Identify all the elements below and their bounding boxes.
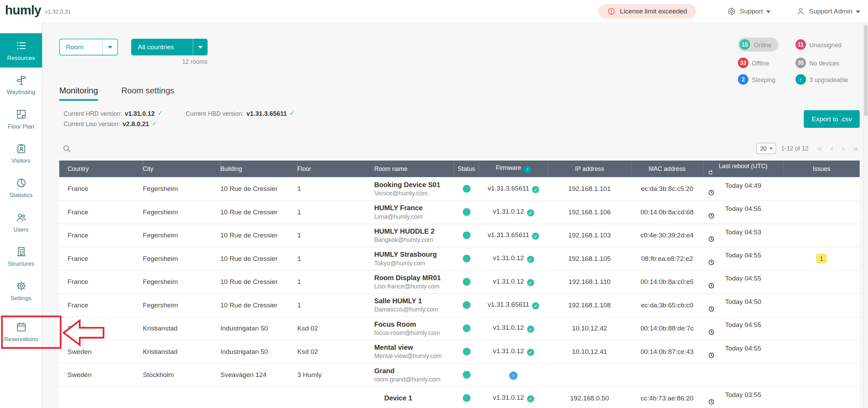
legend-online[interactable]: 15 Online: [738, 38, 795, 51]
sidebar-item-users[interactable]: Users: [0, 205, 42, 239]
col-floor[interactable]: Floor: [297, 161, 374, 177]
sidebar-item-label: Wayfinding: [7, 89, 35, 95]
cell-last-reboot: Today 04:55: [703, 247, 783, 270]
status-online-dot: [462, 185, 470, 193]
clock-icon: [708, 329, 715, 335]
table-body: France Fegersheim 10 Rue de Cressier 1 B…: [59, 177, 860, 408]
cell-building: 10 Rue de Cressier: [220, 247, 297, 270]
search-icon[interactable]: [62, 144, 71, 153]
cell-status: [454, 201, 479, 224]
last-reboot-value: Today 04:55: [725, 344, 761, 352]
cell-issues: [783, 270, 860, 293]
room-name: Mental view: [374, 344, 452, 351]
sidebar-item-wayfinding[interactable]: Wayfinding: [0, 68, 42, 102]
dropdown-caret: [102, 39, 117, 55]
col-ip-address[interactable]: IP address: [548, 161, 631, 177]
cell-room: Mental view Mental-view@humly.com: [374, 340, 454, 363]
app-logo[interactable]: humly: [5, 4, 41, 15]
table-row[interactable]: Sweden Kristianstad Industrigatan 50 Ksd…: [59, 317, 860, 340]
structures-icon: [15, 246, 27, 257]
clock-icon: [708, 352, 715, 359]
pagination-range: 1-12 of 12: [781, 145, 809, 152]
status-legend: 15 Online 11 Unassigned 33 Offline 35 No…: [738, 38, 859, 85]
scrollbar-thumb[interactable]: [864, 25, 868, 116]
col-last-reboot[interactable]: Last reboot (UTC): [703, 161, 783, 177]
cell-country: France: [59, 270, 143, 293]
cell-mac: 08:fb:ea:e8:72:e2: [631, 247, 703, 270]
sidebar-item-statistics[interactable]: Statistics: [0, 171, 42, 205]
cell-last-reboot: Today 04:55: [703, 340, 783, 363]
table-row[interactable]: France Fegersheim 10 Rue de Cressier 1 H…: [59, 201, 860, 224]
col-issues[interactable]: Issues: [783, 161, 860, 177]
user-menu[interactable]: Support Admin: [796, 6, 860, 16]
table-row[interactable]: Sweden Kristianstad Industrigatan 50 Ksd…: [59, 340, 860, 363]
cell-city: Kristianstad: [143, 340, 220, 363]
sidebar-item-visitors[interactable]: Visitors: [0, 136, 42, 171]
last-reboot-value: Today 04:50: [725, 298, 761, 305]
resource-type-dropdown[interactable]: Room: [59, 39, 118, 55]
room-email: Venice@humly.com: [374, 190, 452, 196]
legend-upgradeable-label: 3 upgradeable: [809, 76, 848, 83]
table-row[interactable]: France Fegersheim 10 Rue de Cressier 1 B…: [59, 177, 860, 200]
col-firmware[interactable]: Firmware↑: [479, 161, 548, 177]
table-row[interactable]: France Fegersheim 10 Rue de Cressier 1 S…: [59, 293, 860, 316]
cell-city: Kristianstad: [143, 317, 220, 340]
cell-last-reboot: Today 04:55: [703, 201, 783, 224]
country-filter-dropdown[interactable]: All countries: [131, 39, 208, 55]
next-page-button[interactable]: ›: [840, 144, 846, 153]
legend-upgradeable[interactable]: ↑ 3 upgradeable: [796, 74, 860, 85]
cell-last-reboot: Today 04:50: [703, 293, 783, 316]
cell-floor: 3 Humly: [297, 363, 374, 386]
sidebar-item-reservations[interactable]: Reservations: [0, 314, 42, 349]
sidebar-item-label: Resources: [7, 54, 35, 61]
table-row[interactable]: France Fegersheim 10 Rue de Cressier 1 H…: [59, 247, 860, 270]
last-page-button[interactable]: »: [851, 144, 860, 153]
support-label: Support: [740, 7, 763, 15]
table-row[interactable]: France Fegersheim 10 Rue de Cressier 1 R…: [59, 270, 860, 293]
cell-firmware: v1.31.0.12✓↑: [479, 201, 548, 224]
legend-offline[interactable]: 33 Offline: [738, 58, 795, 68]
status-online-dot: [462, 371, 470, 379]
col-city[interactable]: City: [143, 161, 220, 177]
firmware-ok-icon: ✓: [527, 256, 534, 263]
status-online-dot: [462, 394, 470, 402]
col-building[interactable]: Building: [220, 161, 297, 177]
col-mac-address[interactable]: MAC address: [631, 161, 703, 177]
sidebar-item-floor-plan[interactable]: Floor Plan: [0, 102, 42, 136]
cell-issues: [783, 177, 860, 200]
sidebar-item-resources[interactable]: Resources: [0, 33, 42, 68]
room-name: Focus Room: [374, 320, 452, 328]
cell-ip: 192.168.1.106: [548, 201, 631, 224]
cell-status: [454, 386, 479, 408]
legend-no-devices[interactable]: 35 No devices: [796, 58, 860, 68]
first-page-button[interactable]: «: [816, 144, 824, 153]
sidebar-item-structures[interactable]: Structures: [0, 239, 42, 274]
cell-floor: 1: [297, 247, 374, 270]
table-row[interactable]: France Fegersheim 10 Rue de Cressier 1 H…: [59, 224, 860, 247]
table-row[interactable]: Sweden Stockholm Sveavägen 124 3 Humly G…: [59, 363, 860, 386]
cell-country: Sweden: [59, 317, 143, 340]
support-menu[interactable]: Support: [727, 6, 771, 16]
cell-room: Grand room.grand@humly.com: [374, 363, 454, 386]
prev-page-button[interactable]: ‹: [829, 144, 835, 153]
versions-bar: Current HRD version:v1.31.0.12✓ Current …: [59, 110, 860, 134]
col-room-name[interactable]: Room name: [374, 161, 454, 177]
table-row[interactable]: Device 1 v1.31.0.12✓↑ 192.168.0.50 cc:4b…: [59, 386, 860, 408]
export-csv-button[interactable]: Export to .csv: [804, 110, 860, 128]
cell-country: [59, 386, 143, 408]
cell-city: [143, 386, 220, 408]
room-name: HUMLY HUDDLE 2: [374, 227, 452, 235]
col-status[interactable]: Status: [454, 161, 479, 177]
tab-monitoring[interactable]: Monitoring: [59, 86, 98, 101]
page-size-select[interactable]: 20: [756, 143, 776, 154]
sidebar-item-label: Users: [13, 226, 29, 232]
tab-room-settings[interactable]: Room settings: [121, 86, 174, 101]
col-country[interactable]: Country: [59, 161, 143, 177]
sidebar-item-settings[interactable]: Settings: [0, 274, 42, 308]
pagination: 20 1-12 of 12 « ‹ › »: [756, 143, 860, 154]
legend-sleeping[interactable]: 2 Sleeping: [738, 74, 795, 85]
statistics-icon: [15, 177, 27, 189]
resource-type-value: Room: [66, 43, 83, 51]
legend-unassigned[interactable]: 11 Unassigned: [796, 38, 860, 51]
sidebar: Resources Wayfinding Floor Plan Visitors…: [0, 22, 43, 408]
